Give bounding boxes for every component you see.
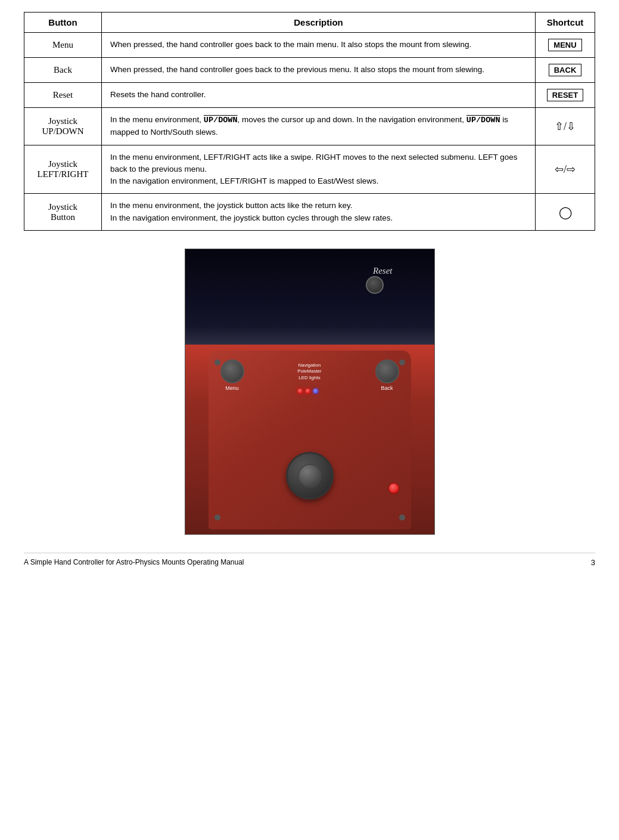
reset-button-image: [366, 276, 384, 294]
col-header-description: Description: [102, 13, 536, 33]
back-button-img: [375, 359, 399, 383]
menu-button-area: Menu: [220, 359, 244, 391]
button-name-reset: Reset: [24, 83, 102, 108]
footer-title: A Simple Hand Controller for Astro-Physi…: [24, 558, 244, 566]
back-button-area: Back: [375, 359, 399, 391]
controller-bottom-section: Menu NavigationPoleMasterLED lights: [185, 345, 434, 535]
shortcut-menu: MENU: [536, 33, 595, 58]
back-key-label: BACK: [549, 64, 582, 76]
navigation-label: NavigationPoleMasterLED lights: [297, 362, 321, 381]
button-name-joystick-lr: JoystickLEFT/RIGHT: [24, 145, 102, 194]
description-joystick-ud: In the menu environment, UP/DOWN, moves …: [102, 108, 536, 145]
description-menu: When pressed, the hand controller goes b…: [102, 33, 536, 58]
joystick: [286, 452, 334, 500]
button-name-joystick-ud: JoystickUP/DOWN: [24, 108, 102, 145]
screw-bl: [214, 514, 220, 520]
shortcut-joystick-ud: ⇧/⇩: [536, 108, 595, 145]
joystick-base: [286, 452, 334, 500]
main-table: Button Description Shortcut Menu When pr…: [24, 12, 595, 231]
shortcut-reset: RESET: [536, 83, 595, 108]
led-area: [297, 389, 321, 393]
col-header-button: Button: [24, 13, 102, 33]
top-panel: Menu NavigationPoleMasterLED lights: [209, 351, 411, 391]
back-ctrl-label: Back: [381, 385, 393, 391]
joystick-cap: [298, 464, 322, 488]
button-name-menu: Menu: [24, 33, 102, 58]
button-name-joystick-btn: JoystickButton: [24, 194, 102, 231]
button-name-back: Back: [24, 58, 102, 83]
controller-top-section: Reset: [185, 249, 434, 345]
menu-ctrl-label: Menu: [225, 385, 239, 391]
center-labels: NavigationPoleMasterLED lights: [297, 359, 321, 390]
shortcut-joystick-btn: ◯: [536, 194, 595, 231]
page-number: 3: [591, 558, 595, 567]
col-header-shortcut: Shortcut: [536, 13, 595, 33]
table-row: Menu When pressed, the hand controller g…: [24, 33, 595, 58]
menu-button-img: [220, 359, 244, 383]
controller-photo: Reset Menu: [185, 249, 435, 535]
led-red-1: [297, 389, 302, 393]
mono-updown2: UP/DOWN: [466, 116, 500, 125]
table-row: Back When pressed, the hand controller g…: [24, 58, 595, 83]
description-joystick-lr: In the menu environment, LEFT/RIGHT acts…: [102, 145, 536, 194]
menu-key-label: MENU: [548, 39, 581, 51]
description-reset: Resets the hand controller.: [102, 83, 536, 108]
page-footer: A Simple Hand Controller for Astro-Physi…: [24, 553, 595, 567]
description-back: When pressed, the hand controller goes b…: [102, 58, 536, 83]
mono-updown: UP/DOWN: [204, 116, 238, 125]
shortcut-joystick-lr: ⇦/⇨: [536, 145, 595, 194]
reset-key-label: RESET: [547, 89, 583, 101]
screw-tl: [214, 359, 220, 365]
screw-br: [399, 514, 405, 520]
reset-text: Reset: [373, 266, 392, 276]
arrow-lr-icon: ⇦/⇨: [555, 163, 576, 175]
screw-tr: [399, 359, 405, 365]
shortcut-back: BACK: [536, 58, 595, 83]
circle-icon: ◯: [559, 206, 572, 219]
controller-body: Menu NavigationPoleMasterLED lights: [209, 351, 411, 529]
small-red-button: [388, 483, 399, 494]
controller-image: Reset Menu: [185, 249, 435, 535]
arrow-ud-icon: ⇧/⇩: [555, 120, 576, 132]
led-blue: [313, 389, 318, 393]
description-joystick-btn: In the menu environment, the joystick bu…: [102, 194, 536, 231]
led-red-2: [305, 389, 310, 393]
table-row: Reset Resets the hand controller. RESET: [24, 83, 595, 108]
table-row: JoystickLEFT/RIGHT In the menu environme…: [24, 145, 595, 194]
table-row: JoystickButton In the menu environment, …: [24, 194, 595, 231]
table-row: JoystickUP/DOWN In the menu environment,…: [24, 108, 595, 145]
